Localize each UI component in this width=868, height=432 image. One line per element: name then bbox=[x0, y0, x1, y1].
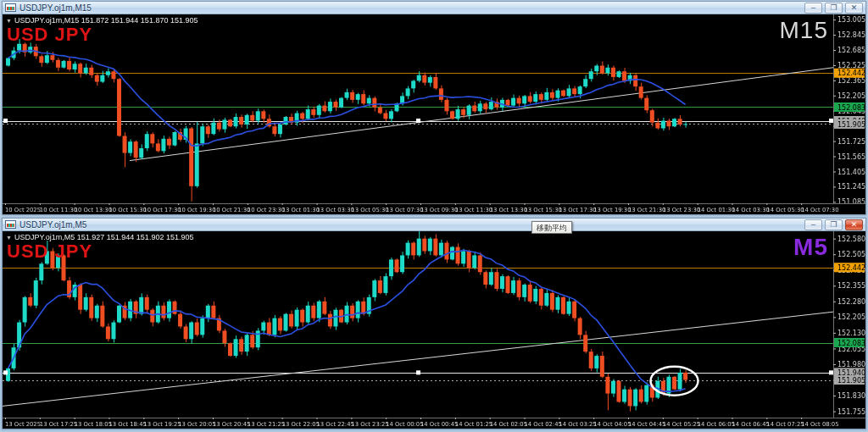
titlebar-m5[interactable]: USDJPY.oj1m,M5 – ❐ ✕ bbox=[3, 219, 865, 231]
price-chart-canvas-m15[interactable] bbox=[3, 14, 865, 214]
chart-client-m15: ▼USDJPY.oj1m,M15 151.872 151.944 151.870… bbox=[3, 14, 865, 214]
minimize-button[interactable]: – bbox=[804, 3, 822, 14]
window-title: USDJPY.oj1m,M5 bbox=[19, 220, 804, 230]
chart-icon bbox=[5, 3, 16, 12]
close-button[interactable]: ✕ bbox=[845, 219, 863, 230]
chart-client-m5: ▼USDJPY.oj1m,M5 151.927 151.944 151.902 … bbox=[3, 231, 865, 429]
price-chart-canvas-m5[interactable] bbox=[3, 231, 865, 429]
chart-window-m5: USDJPY.oj1m,M5 – ❐ ✕ ▼USDJPY.oj1m,M5 151… bbox=[2, 218, 866, 429]
chart-icon bbox=[5, 220, 16, 229]
restore-button[interactable]: ❐ bbox=[825, 3, 843, 14]
minimize-button[interactable]: – bbox=[804, 219, 822, 230]
window-title: USDJPY.oj1m,M15 bbox=[19, 3, 804, 13]
titlebar-m15[interactable]: USDJPY.oj1m,M15 – ❐ ✕ bbox=[3, 2, 865, 14]
restore-button[interactable]: ❐ bbox=[825, 219, 843, 230]
tooltip: 移動平均 bbox=[531, 221, 572, 234]
mdi-workspace: USDJPY.oj1m,M15 – ❐ ✕ ▼USDJPY.oj1m,M15 1… bbox=[0, 0, 868, 432]
chart-window-m15: USDJPY.oj1m,M15 – ❐ ✕ ▼USDJPY.oj1m,M15 1… bbox=[2, 1, 866, 215]
close-button[interactable]: ✕ bbox=[845, 3, 863, 14]
